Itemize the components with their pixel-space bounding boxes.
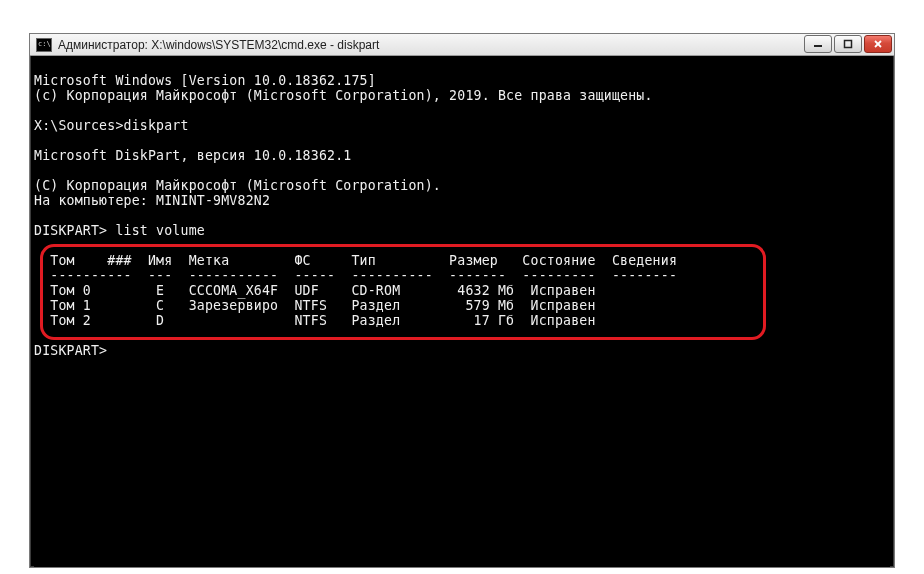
maximize-button[interactable]: [834, 35, 862, 53]
prompt-line: X:\Sources>diskpart: [34, 118, 189, 133]
table-divider: ---------- --- ----------- ----- -------…: [34, 268, 677, 283]
svg-rect-1: [845, 41, 852, 48]
table-row: Том 0 E CCCOMA_X64F UDF CD-ROM 4632 Мб И…: [34, 283, 596, 298]
maximize-icon: [843, 39, 853, 49]
output-line: Microsoft DiskPart, версия 10.0.18362.1: [34, 148, 351, 163]
output-line: Microsoft Windows [Version 10.0.18362.17…: [34, 73, 376, 88]
console-output[interactable]: Microsoft Windows [Version 10.0.18362.17…: [34, 58, 890, 567]
cmd-icon: [36, 38, 52, 52]
output-line: (C) Корпорация Майкрософт (Microsoft Cor…: [34, 178, 441, 193]
output-line: (c) Корпорация Майкрософт (Microsoft Cor…: [34, 88, 653, 103]
minimize-button[interactable]: [804, 35, 832, 53]
titlebar[interactable]: Администратор: X:\windows\SYSTEM32\cmd.e…: [30, 34, 894, 56]
minimize-icon: [813, 39, 823, 49]
window-title: Администратор: X:\windows\SYSTEM32\cmd.e…: [58, 38, 379, 52]
table-row: Том 1 C Зарезервиро NTFS Раздел 579 Мб И…: [34, 298, 596, 313]
cmd-window: Администратор: X:\windows\SYSTEM32\cmd.e…: [29, 33, 895, 568]
table-row: Том 2 D NTFS Раздел 17 Гб Исправен: [34, 313, 596, 328]
close-icon: [873, 39, 883, 49]
prompt-line: DISKPART>: [34, 343, 107, 358]
close-button[interactable]: [864, 35, 892, 53]
output-line: На компьютере: MININT-9MV82N2: [34, 193, 270, 208]
table-header: Том ### Имя Метка ФС Тип Размер Состояни…: [34, 253, 677, 268]
window-controls: [802, 34, 894, 54]
prompt-line: DISKPART> list volume: [34, 223, 205, 238]
